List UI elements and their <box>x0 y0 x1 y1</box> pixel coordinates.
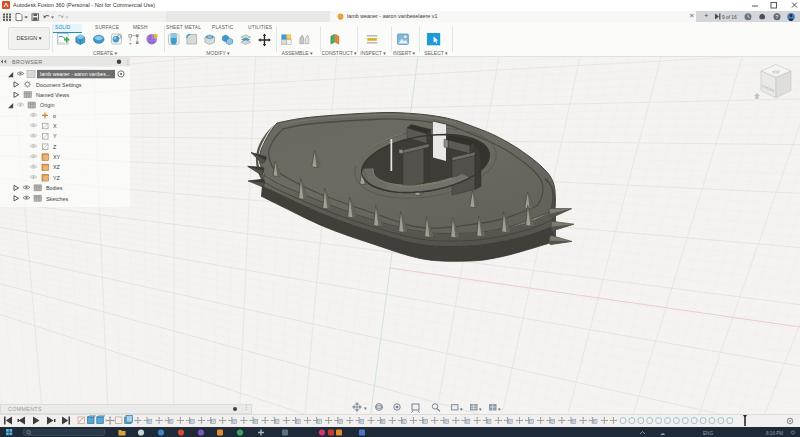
svg-text:Bodies: Bodies <box>46 185 63 191</box>
svg-text:TOP: TOP <box>772 69 781 74</box>
svg-text:X: X <box>53 123 57 129</box>
svg-text:ENG: ENG <box>703 431 713 436</box>
svg-text:Named Views: Named Views <box>36 92 69 98</box>
svg-text:Y: Y <box>53 133 57 139</box>
svg-text:lamb weaner - aaron vanbes...: lamb weaner - aaron vanbes... <box>40 71 110 77</box>
svg-text:8:16 PM: 8:16 PM <box>766 431 783 436</box>
svg-text:Sketches: Sketches <box>46 196 68 202</box>
svg-text:▾: ▾ <box>364 405 367 411</box>
svg-text:9 of 16: 9 of 16 <box>722 15 737 20</box>
svg-text:▾: ▾ <box>479 406 482 412</box>
svg-text:XY: XY <box>53 154 61 160</box>
svg-text:XZ: XZ <box>53 164 61 170</box>
svg-text:☁: ☁ <box>660 430 665 436</box>
svg-text:▾: ▾ <box>460 406 463 412</box>
svg-text:o: o <box>53 113 56 119</box>
svg-text:⋮: ⋮ <box>125 59 131 65</box>
svg-text:?: ? <box>775 13 778 19</box>
svg-text:▾: ▾ <box>498 406 501 412</box>
svg-text:YZ: YZ <box>53 175 61 181</box>
svg-text:BROWSER: BROWSER <box>12 59 43 65</box>
svg-text:Origin: Origin <box>40 102 54 108</box>
svg-text:Document Settings: Document Settings <box>36 82 82 88</box>
